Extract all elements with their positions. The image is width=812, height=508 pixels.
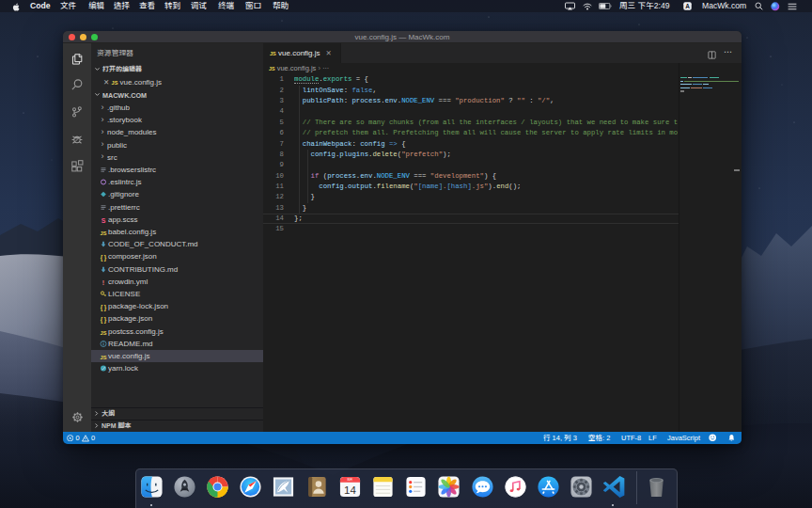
- svg-text:8月: 8月: [347, 477, 352, 482]
- svg-text:A: A: [685, 3, 690, 9]
- svg-text:14: 14: [344, 484, 356, 496]
